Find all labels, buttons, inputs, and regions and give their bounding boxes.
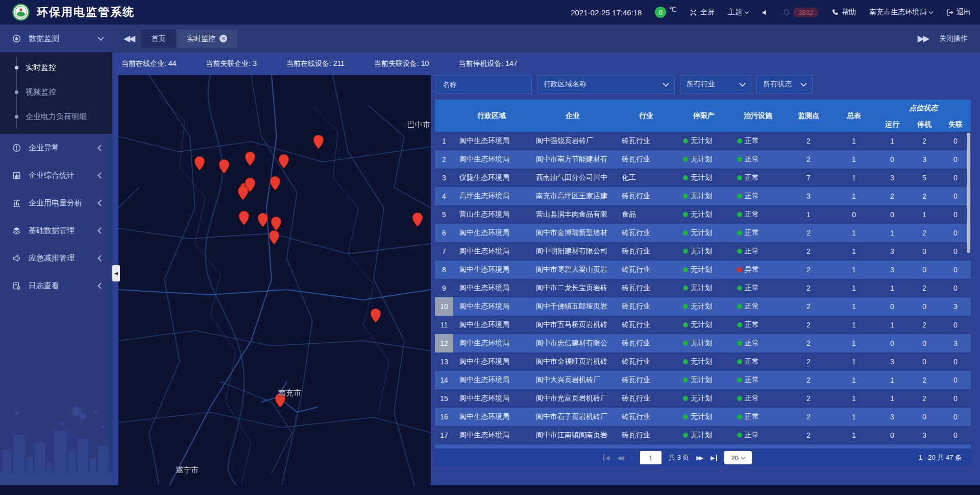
- map-pin[interactable]: [270, 176, 281, 191]
- sidebar: 数据监测实时监控视频监控企业电力负荷明细企业异常企业综合统计企业用电量分析基础数…: [0, 25, 112, 495]
- sidebar-subitem[interactable]: 实时监控: [0, 55, 112, 80]
- map-pin[interactable]: [218, 159, 230, 174]
- fullscreen-button[interactable]: 全屏: [690, 8, 715, 17]
- table-row[interactable]: 6阆中生态环境局阆中市金博瑞新型墙材砖瓦行业无计划正常21120: [435, 224, 971, 242]
- cell-points: 2: [785, 229, 832, 237]
- next-page-button[interactable]: ▶▶: [696, 455, 703, 461]
- cell-limit: 无计划: [677, 431, 731, 440]
- table-row[interactable]: 7阆中生态环境局阆中明阳建材有限公司砖瓦行业无计划正常21300: [435, 242, 971, 261]
- cell-points: 2: [785, 155, 832, 163]
- sidebar-item-log-view[interactable]: 日志查看: [0, 272, 112, 299]
- cell-meters: 1: [832, 192, 876, 200]
- map-pin[interactable]: [271, 216, 282, 231]
- chevron-down-icon: [741, 455, 745, 459]
- status-dot-green: [737, 359, 742, 364]
- map-pin[interactable]: [238, 210, 250, 226]
- map-pin[interactable]: [244, 151, 256, 167]
- table-row[interactable]: 15阆中生态环境局阆中市光富页岩机砖厂砖瓦行业无计划正常21120: [435, 389, 971, 408]
- sidebar-item-emergency[interactable]: 应急减排管理: [0, 244, 112, 272]
- page-size-select[interactable]: 20: [724, 451, 752, 464]
- map-pin[interactable]: [313, 134, 324, 150]
- cell-running: 1: [876, 284, 909, 292]
- map-pin[interactable]: [412, 212, 423, 227]
- sidebar-item-enterprise-alert[interactable]: 企业异常: [0, 134, 112, 161]
- table-row[interactable]: 2阆中生态环境局阆中市南方节能建材有砖瓦行业无计划正常21030: [435, 150, 971, 169]
- cell-region: 阆中生态环境局: [453, 339, 530, 348]
- tab-scroll-left-icon[interactable]: ◀◀: [124, 33, 134, 44]
- status-dot-green: [683, 286, 688, 291]
- status-dot-green: [683, 341, 688, 346]
- table-row[interactable]: 4高坪生态环境局南充市高坪区王家店建砖瓦行业无计划正常31220: [435, 187, 971, 205]
- table-row[interactable]: 14阆中生态环境局阆中大兴页岩机砖厂砖瓦行业无计划正常21120: [435, 371, 971, 389]
- cell-industry: 砖瓦行业: [616, 375, 677, 385]
- cell-region: 阆中生态环境局: [453, 284, 530, 293]
- table-row[interactable]: 11阆中生态环境局阆中市五马桥页岩机砖砖瓦行业无计划正常21120: [435, 316, 971, 334]
- map[interactable]: 巴中市南充市遂宁市: [118, 75, 431, 485]
- map-pin[interactable]: [194, 156, 205, 171]
- sidebar-item-power-analysis[interactable]: 企业用电量分析: [0, 189, 112, 217]
- map-pin[interactable]: [237, 185, 249, 201]
- table-row[interactable]: 18南部生态环境局南部县升钟水泥有限公建材行业无计划正常21060: [435, 444, 971, 449]
- cell-facility: 正常: [731, 320, 785, 329]
- cell-meters: 0: [832, 210, 876, 219]
- theme-menu[interactable]: 主题: [728, 8, 748, 17]
- close-operations-button[interactable]: 关闭操作: [939, 34, 968, 43]
- cell-stopped: 3: [909, 431, 940, 439]
- cell-points: 2: [785, 266, 832, 274]
- sidebar-submenu: 实时监控视频监控企业电力负荷明细: [0, 52, 112, 134]
- sidebar-item-data-monitor[interactable]: 数据监测: [0, 25, 112, 52]
- table-row[interactable]: 5营山生态环境局营山县润丰肉食品有限食品无计划正常10010: [435, 205, 971, 224]
- page-number-input[interactable]: [640, 451, 662, 464]
- tab-首页[interactable]: 首页: [141, 30, 176, 48]
- status-dot-green: [737, 138, 742, 144]
- table-row[interactable]: 12阆中生态环境局阆中市忠信建材有限公砖瓦行业无计划正常21003: [435, 334, 971, 352]
- cell-industry: 砖瓦行业: [616, 247, 677, 256]
- chevron-down-icon: [929, 9, 933, 13]
- cell-limit: 无计划: [677, 155, 731, 164]
- table-row[interactable]: 16阆中生态环境局阆中市石子页岩机砖厂砖瓦行业无计划正常21300: [435, 408, 971, 426]
- sidebar-subitem[interactable]: 企业电力负荷明细: [0, 104, 112, 129]
- map-pin[interactable]: [278, 154, 289, 169]
- status-filter-select[interactable]: 所有状态: [756, 75, 813, 93]
- table-scrollbar[interactable]: [967, 133, 970, 253]
- cell-meters: 1: [832, 284, 876, 292]
- last-page-button[interactable]: ▶: [710, 455, 717, 461]
- table-row[interactable]: 13阆中生态环境局阆中市金福旺页岩机砖砖瓦行业无计划正常21300: [435, 352, 971, 371]
- table-row[interactable]: 3仪陇生态环境局西南油气田分公司川中化工无计划正常71350: [435, 169, 971, 187]
- prev-page-button[interactable]: ◀◀: [617, 455, 624, 461]
- help-button[interactable]: 帮助: [831, 8, 856, 17]
- sidebar-item-enterprise-stats[interactable]: 企业综合统计: [0, 161, 112, 189]
- table-row[interactable]: 17阆中生态环境局阆中市江南镇阆南页岩砖瓦行业无计划正常21030: [435, 426, 971, 444]
- notification-bell[interactable]: 2632: [782, 8, 818, 17]
- org-menu[interactable]: 南充市生态环境局: [869, 8, 933, 17]
- map-pin[interactable]: [370, 308, 381, 323]
- map-pin[interactable]: [268, 230, 280, 245]
- cell-region: 阆中生态环境局: [453, 320, 530, 329]
- sidebar-collapse-button[interactable]: ◀: [112, 265, 120, 281]
- cell-points: 2: [785, 302, 832, 311]
- first-page-button[interactable]: ◀: [603, 455, 609, 461]
- region-filter-select[interactable]: 行政区域名称: [537, 75, 675, 93]
- tab-label: 实时监控: [187, 34, 215, 43]
- sidebar-subitem[interactable]: 视频监控: [0, 80, 112, 104]
- cell-limit: 无计划: [677, 173, 731, 182]
- table-row[interactable]: 1阆中生态环境局阆中强锐页岩砖厂砖瓦行业无计划正常21120: [435, 132, 971, 150]
- tab-scroll-right-icon[interactable]: ▶▶: [918, 33, 928, 44]
- cell-company: 阆中千佛镇五郎垭页岩: [530, 302, 616, 311]
- log-icon: [12, 281, 22, 290]
- table-row[interactable]: 8阆中生态环境局阆中市枣碧大梁山页岩砖瓦行业无计划异常21300: [435, 261, 971, 279]
- close-icon[interactable]: ✕: [219, 35, 227, 42]
- tab-实时监控[interactable]: 实时监控✕: [177, 30, 237, 48]
- status-dot-green: [683, 322, 688, 327]
- table-header: 行政区域 企业 行业 停限产 治污设施 监测点 总表 点位状态 运行 停机 失联: [435, 100, 971, 132]
- table-row[interactable]: 9阆中生态环境局阆中市二龙长宝页岩砖砖瓦行业无计划正常21120: [435, 279, 971, 297]
- sidebar-item-base-data[interactable]: 基础数据管理: [0, 217, 112, 244]
- name-filter-input[interactable]: [442, 80, 525, 89]
- table-row[interactable]: 10阆中生态环境局阆中千佛镇五郎垭页岩砖瓦行业无计划正常21003: [435, 297, 971, 316]
- logout-button[interactable]: 退出: [946, 8, 971, 17]
- industry-filter-select[interactable]: 所有行业: [680, 75, 751, 93]
- cell-row-number: 4: [435, 187, 453, 205]
- status-stat: 当前失联企业: 3: [206, 59, 257, 68]
- map-pin[interactable]: [257, 213, 268, 228]
- volume-button[interactable]: [762, 9, 769, 16]
